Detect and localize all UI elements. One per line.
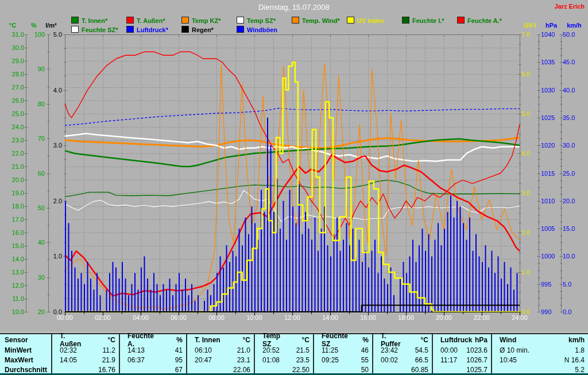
legend-label: Temp KZ* [192,17,221,24]
legend-item: T. Außen* [126,17,165,24]
x-tick-label: 02:00 [90,314,115,321]
table-value: 55 [345,356,372,364]
axis-unit-hpa: hPa [541,22,562,29]
axis-tick-label: 3.0 [521,190,539,196]
axis-tick-label: 1.0 [521,269,539,276]
table-value: 1.8 [542,346,588,354]
table-value: 67 [154,366,186,374]
axis-tick-label: 19.0 [1,190,24,196]
legend-swatch-icon [457,17,465,24]
legend-item: Luftdruck* [126,26,168,33]
legend-swatch-icon [71,17,79,24]
legend-label: T. Innen* [82,17,107,24]
table-sensor-column: Feuchte A.%14:134106:379567 [119,334,186,373]
table-value: 41 [154,346,186,354]
legend-item: Regen* [181,26,214,33]
axis-tick-label: 14.0 [1,256,24,262]
table-col-unit: °C [87,336,119,344]
table-col-name: Feuchte A. [120,332,154,348]
legend-item: T. Innen* [71,17,107,24]
table-col-unit: hPa [463,336,491,344]
table-sensor-column: T. Innen°C06:1021.020:4723.122.06 [186,334,254,373]
axis-tick-label: 1000 [541,253,562,260]
axis-tick-label: 25.0 [563,170,586,176]
table-col-name: Temp SZ [255,332,285,348]
axis-tick-label: 90 [23,66,45,72]
table-col-name: T. Innen [187,336,222,344]
page-title: Dienstag, 15.07.2008 [0,3,588,11]
table-value: 95 [154,356,186,364]
axis-tick-label: 1020 [541,142,562,149]
axis-unit-celsius: °C [1,22,24,29]
table-time-value: Ø 10 min. [492,346,542,354]
legend-swatch-icon [181,17,189,24]
table-col-unit: % [345,336,372,344]
legend-label: Luftdruck* [137,26,168,33]
table-value: 54.5 [404,346,432,354]
table-row-label: Durchschnitt [0,366,47,374]
axis-tick-label: 990 [541,309,562,315]
axis-tick-label: 4.0 [521,150,539,157]
table-time-value: 23:42 [373,346,404,354]
table-col-name: T. Außen [52,332,87,348]
table-time-value: 06:10 [187,346,222,354]
legend-label: Windböen [247,26,277,33]
axis-tick-label: 3.0 [40,142,62,149]
x-tick-label: 24:00 [507,314,532,321]
axis-tick-label: 30 [23,274,45,280]
legend-swatch-icon [402,17,409,24]
legend-item: Feuchte I.* [402,17,444,24]
table-col-unit: °C [222,336,254,344]
table-row-label: MaxWert [0,356,33,364]
stats-table: SensorMinWertMaxWertDurchschnittT. Außen… [0,333,588,373]
table-value: 21.9 [87,356,119,364]
table-col-name: Wind [492,336,542,344]
legend-label: Temp SZ* [247,17,276,24]
table-time-value: 10:45 [492,356,542,364]
x-tick-label: 06:00 [166,314,191,321]
table-sensor-column: LuftdruckhPa00:001023.611:171026.71025.7 [432,334,491,373]
x-tick-label: 00:00 [52,314,78,321]
axis-tick-label: 12.0 [1,283,24,289]
x-tick-label: 14:00 [318,314,343,321]
legend-label: UV Index [357,17,384,24]
table-value: 22.50 [285,366,313,374]
axis-unit-uv: UV-I [521,22,539,29]
axis-tick-label: 22.0 [1,150,24,157]
axis-tick-label: 10.0 [1,309,24,315]
axis-tick-label: 23.0 [1,137,24,144]
legend-swatch-icon [347,17,354,24]
axis-tick-label: 80 [23,100,45,107]
axis-tick-label: 18.0 [1,203,24,210]
table-value: 11.2 [87,346,119,354]
axis-tick-label: 1010 [541,198,562,204]
table-col-unit: km/h [542,336,588,344]
axis-tick-label: 24.0 [1,124,24,130]
table-value: 1026.7 [463,356,491,364]
axis-tick-label: 35.0 [563,114,586,121]
table-sensor-column: Windkm/hØ 10 min.1.810:45N 16.45.2 [491,334,588,373]
axis-tick-label: 50 [23,204,45,211]
legend-item: Temp. Wind* [292,17,340,24]
table-time-value: 11:17 [433,356,463,364]
legend-swatch-icon [126,17,134,24]
axis-tick-label: 2.0 [521,230,539,236]
table-sensor-column: T. Außen°C02:3211.214:0521.916.76 [51,334,119,373]
axis-tick-label: 25.0 [1,111,24,117]
table-time-value: 00:00 [433,346,463,354]
table-time-value: 11:25 [314,346,345,354]
axis-tick-label: 20.0 [1,177,24,183]
table-col-unit: % [154,336,186,344]
table-time-value: 06:37 [120,356,154,364]
legend-swatch-icon [237,26,244,33]
table-value: 21.0 [222,346,254,354]
table-value: 50 [345,366,372,374]
axis-tick-label: 21.0 [1,164,24,170]
table-col-name: T. Puffer [373,332,404,348]
table-value: 60.85 [404,366,432,374]
x-tick-label: 16:00 [355,314,381,321]
table-time-value: 01:08 [255,356,285,364]
table-value: 23.1 [222,356,254,364]
x-tick-label: 12:00 [280,314,305,321]
axis-tick-label: 26.0 [1,98,24,104]
